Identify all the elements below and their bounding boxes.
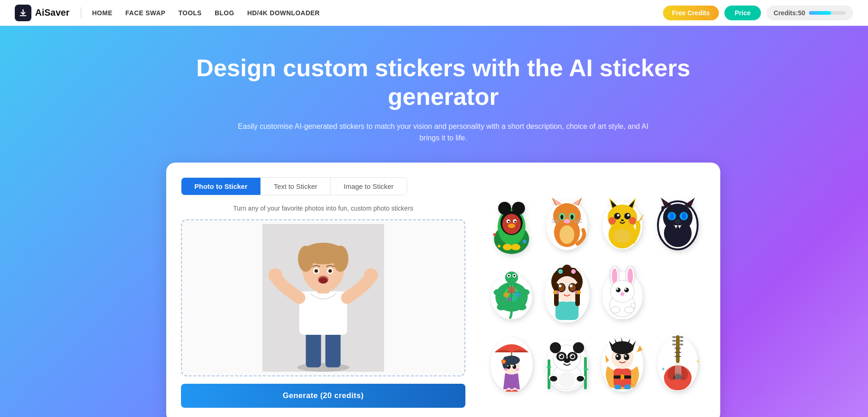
- svg-point-7: [268, 268, 282, 282]
- credits-bar-fill: [809, 11, 831, 15]
- svg-point-66: [621, 219, 624, 221]
- svg-point-167: [577, 376, 584, 381]
- svg-point-31: [503, 244, 512, 250]
- svg-point-153: [515, 368, 519, 371]
- sticker-mickey[interactable]: [486, 195, 537, 255]
- svg-rect-202: [672, 336, 676, 338]
- free-credits-button[interactable]: Free Credits: [663, 6, 719, 20]
- svg-point-99: [508, 275, 510, 277]
- main-card: Photo to Sticker Text to Sticker Image t…: [166, 163, 720, 417]
- tab-text-to-sticker[interactable]: Text to Sticker: [261, 178, 331, 195]
- svg-point-192: [616, 355, 618, 357]
- svg-point-13: [333, 246, 349, 272]
- svg-rect-6: [299, 291, 347, 335]
- left-panel: Photo to Sticker Text to Sticker Image t…: [181, 177, 465, 408]
- upload-area[interactable]: [181, 219, 465, 376]
- svg-point-136: [625, 288, 627, 290]
- svg-point-93: [514, 292, 520, 297]
- svg-rect-203: [672, 340, 676, 342]
- nav-blog[interactable]: BLOG: [215, 9, 234, 17]
- svg-point-35: [493, 233, 496, 236]
- svg-point-30: [508, 224, 515, 228]
- tab-group: Photo to Sticker Text to Sticker Image t…: [181, 177, 407, 195]
- sticker-anime-hero[interactable]: [597, 329, 648, 394]
- svg-point-29: [514, 221, 516, 223]
- svg-point-78: [669, 213, 674, 219]
- svg-rect-197: [621, 375, 624, 380]
- svg-point-64: [609, 217, 616, 224]
- sticker-cat[interactable]: [542, 191, 592, 255]
- svg-point-45: [561, 215, 563, 219]
- sticker-panda[interactable]: [542, 329, 592, 394]
- svg-point-17: [328, 269, 332, 273]
- svg-point-112: [571, 269, 576, 274]
- svg-point-104: [517, 304, 526, 310]
- svg-point-138: [611, 307, 620, 313]
- person-illustration: [259, 224, 388, 372]
- svg-point-47: [564, 219, 570, 224]
- logo-area[interactable]: AiSaver: [15, 5, 70, 21]
- sticker-pikachu[interactable]: [597, 191, 648, 255]
- svg-point-149: [512, 364, 516, 369]
- nav-face-swap[interactable]: FACE SWAP: [126, 9, 166, 17]
- credits-bar: [809, 11, 846, 15]
- svg-point-65: [629, 217, 636, 224]
- svg-point-91: [508, 286, 515, 294]
- sticker-anime-girl[interactable]: [542, 262, 592, 322]
- svg-point-80: [675, 219, 681, 224]
- hero-subtitle: Easily customise AI-generated stickers t…: [235, 121, 651, 144]
- nav-home[interactable]: HOME: [92, 9, 113, 17]
- svg-point-28: [508, 221, 510, 223]
- sticker-rabbit[interactable]: [597, 260, 648, 325]
- svg-point-133: [616, 288, 621, 292]
- svg-point-151: [512, 365, 514, 367]
- svg-rect-199: [624, 385, 631, 389]
- logo-icon: [15, 5, 31, 21]
- svg-rect-163: [584, 369, 588, 370]
- tab-photo-to-sticker[interactable]: Photo to Sticker: [181, 178, 261, 195]
- svg-point-135: [616, 288, 618, 290]
- svg-point-170: [573, 342, 584, 353]
- sticker-guitar[interactable]: [652, 329, 703, 394]
- svg-point-124: [553, 290, 557, 294]
- svg-rect-106: [555, 302, 579, 320]
- nav-tools[interactable]: TOOLS: [178, 9, 201, 17]
- sticker-grid: [486, 191, 703, 394]
- svg-point-191: [624, 354, 629, 360]
- sticker-turtle[interactable]: [486, 260, 537, 325]
- header: AiSaver HOME FACE SWAP TOOLS BLOG HD/4K …: [0, 0, 868, 26]
- sticker-umbrella-girl[interactable]: [486, 329, 537, 394]
- svg-point-96: [505, 272, 518, 284]
- svg-point-94: [507, 297, 512, 302]
- svg-point-68: [614, 229, 631, 243]
- svg-point-177: [560, 355, 561, 357]
- svg-point-190: [615, 354, 621, 360]
- svg-point-52: [560, 225, 574, 244]
- svg-point-121: [570, 284, 573, 287]
- logo-text: AiSaver: [35, 7, 70, 18]
- svg-point-12: [298, 246, 313, 272]
- svg-point-150: [507, 365, 508, 367]
- right-panel: [484, 177, 705, 408]
- svg-point-148: [507, 364, 511, 369]
- nav-downloader[interactable]: HD/4K DOWNLOADER: [247, 9, 319, 17]
- svg-point-71: [663, 204, 693, 231]
- svg-point-79: [681, 213, 686, 219]
- svg-point-92: [503, 292, 509, 297]
- svg-point-62: [617, 214, 619, 217]
- credits-label: Credits:50: [774, 9, 805, 17]
- main-nav: HOME FACE SWAP TOOLS BLOG HD/4K DOWNLOAD…: [92, 9, 663, 17]
- svg-point-166: [550, 376, 557, 381]
- svg-point-101: [494, 289, 503, 296]
- svg-point-111: [558, 269, 563, 274]
- svg-rect-198: [615, 385, 621, 389]
- generate-button[interactable]: Generate (20 credits): [181, 384, 465, 408]
- price-button[interactable]: Price: [724, 6, 760, 20]
- tab-image-to-sticker[interactable]: Image to Sticker: [331, 178, 406, 195]
- header-right: Free Credits Price Credits:50: [663, 6, 853, 20]
- svg-point-103: [497, 304, 506, 310]
- svg-point-100: [513, 275, 515, 277]
- svg-point-180: [559, 372, 575, 388]
- svg-rect-162: [547, 366, 551, 368]
- sticker-dark-wolf[interactable]: [652, 191, 703, 255]
